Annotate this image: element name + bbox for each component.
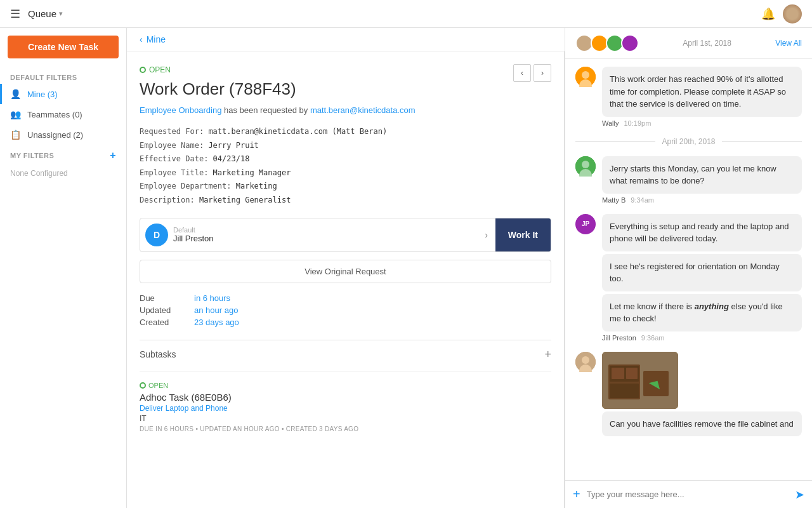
employee-onboarding-link[interactable]: Employee Onboarding	[140, 105, 221, 115]
chat-avatar-4	[621, 34, 639, 52]
next-arrow-button[interactable]: ›	[534, 64, 551, 82]
svg-rect-13	[612, 368, 624, 379]
jp-last-text: Can you have facilities remove the file …	[610, 419, 794, 429]
work-it-button[interactable]: Work It	[495, 218, 551, 251]
created-label: Created	[140, 318, 184, 327]
teammates-icon: 👥	[10, 109, 21, 119]
wally-message-content: This work order has reached 90% of it's …	[602, 67, 802, 127]
meta-created-row: Created 23 days ago	[140, 318, 551, 327]
detail-row-4: Employee Department: Marketing	[140, 180, 551, 194]
hamburger-icon[interactable]: ☰	[10, 7, 20, 21]
view-all-link[interactable]: View All	[775, 39, 802, 48]
subtask-dept: IT	[140, 414, 551, 423]
queue-title[interactable]: Queue ▾	[28, 8, 63, 19]
chat-messages: This work order has reached 90% of it's …	[565, 59, 812, 480]
view-original-request-button[interactable]: View Original Request	[140, 260, 551, 283]
jp-time: 9:36am	[641, 334, 665, 342]
sidebar-item-teammates[interactable]: 👥 Teammates (0)	[0, 104, 126, 124]
sidebar-mine-label: Mine (3)	[27, 90, 58, 99]
message-mattyb: Jerry starts this Monday, can you let me…	[575, 156, 802, 204]
status-badge: OPEN	[140, 65, 171, 74]
subtasks-header: Subtasks +	[140, 340, 551, 366]
assignee-arrow-icon[interactable]: ›	[477, 230, 495, 240]
jp-bubble-2: I see he's registered for orientation on…	[602, 254, 802, 291]
sidebar-item-mine[interactable]: 👤 Mine (3)	[0, 84, 126, 104]
default-filters-title: DEFAULT FILTERS	[0, 69, 126, 84]
requester-email-link[interactable]: matt.beran@kineticdata.com	[310, 105, 416, 115]
jp-bubble-3-em: anything	[695, 302, 729, 311]
chat-input-bar: + ➤	[565, 480, 812, 508]
meta-updated-row: Updated an hour ago	[140, 305, 551, 315]
furniture-image	[602, 352, 678, 409]
subtask-title: Adhoc Task (68E0B6)	[140, 392, 551, 403]
top-nav: ☰ Queue ▾ 🔔	[0, 0, 812, 28]
chat-header: April 1st, 2018 View All	[565, 28, 812, 59]
jp-sender: Jill Preston	[602, 334, 636, 342]
chat-panel: April 1st, 2018 View All This	[565, 28, 812, 508]
jp-meta: Jill Preston 9:36am	[602, 334, 802, 342]
mattyb-sender: Matty B	[602, 196, 625, 204]
status-text: OPEN	[149, 65, 171, 74]
breadcrumb: ‹ Mine	[127, 28, 565, 51]
chat-date: April 1st, 2018	[683, 39, 731, 48]
subtask-subtitle: Deliver Laptop and Phone	[140, 404, 551, 413]
breadcrumb-mine-link[interactable]: Mine	[147, 34, 166, 44]
my-filters-title: MY FILTERS	[10, 152, 54, 159]
sidebar: Create New Task DEFAULT FILTERS 👤 Mine (…	[0, 28, 127, 508]
jp-message-content: Everything is setup and ready and the la…	[602, 214, 802, 342]
center-right-pane: ‹ Mine OPEN Work Order (788F43) ‹ ›	[127, 28, 812, 508]
queue-label: Queue	[28, 8, 56, 19]
jp-avatar: JP	[575, 214, 596, 234]
sidebar-teammates-label: Teammates (0)	[27, 110, 82, 119]
detail-row-1: Employee Name: Jerry Pruit	[140, 139, 551, 153]
jp-bubble-3-pre: Let me know if there is	[610, 302, 695, 311]
svg-point-7	[582, 356, 589, 364]
create-new-task-button[interactable]: Create New Task	[8, 36, 119, 58]
my-filters-section: MY FILTERS +	[0, 145, 126, 166]
meta-due-row: Due in 6 hours	[140, 293, 551, 303]
meta-table: Due in 6 hours Updated an hour ago Creat…	[140, 293, 551, 327]
add-subtask-button[interactable]: +	[544, 348, 551, 361]
subtask-item[interactable]: OPEN Adhoc Task (68E0B6) Deliver Laptop …	[140, 371, 551, 440]
due-value: in 6 hours	[194, 293, 230, 303]
subtask-status-text: OPEN	[148, 382, 168, 389]
prev-arrow-button[interactable]: ‹	[513, 64, 531, 82]
add-filter-button[interactable]: +	[110, 150, 116, 161]
subtask-status-badge: OPEN	[140, 382, 168, 389]
chevron-down-icon: ▾	[59, 10, 63, 18]
detail-row-2: Effective Date: 04/23/18	[140, 152, 551, 166]
detail-row-0: Requested For: matt.beran@kineticdata.co…	[140, 125, 551, 139]
message-wally: This work order has reached 90% of it's …	[575, 67, 802, 127]
wally-sender: Wally	[602, 119, 619, 127]
sidebar-item-unassigned[interactable]: 📋 Unassigned (2)	[0, 124, 126, 145]
subtask-status-dot	[140, 382, 146, 389]
subtasks-title: Subtasks	[140, 349, 176, 359]
date-divider-text: April 20th, 2018	[662, 137, 715, 146]
jp-bubble-3: Let me know if there is anything else yo…	[602, 294, 802, 331]
date-divider: April 20th, 2018	[575, 137, 802, 146]
chat-input[interactable]	[587, 490, 789, 499]
subtask-meta: DUE IN 6 HOURS • UPDATED AN HOUR AGO • C…	[140, 425, 551, 432]
mattyb-bubble: Jerry starts this Monday, can you let me…	[602, 156, 802, 194]
updated-label: Updated	[140, 305, 184, 315]
message-jp: JP Everything is setup and ready and the…	[575, 214, 802, 342]
wo-header: OPEN Work Order (788F43) ‹ ›	[140, 64, 551, 99]
detail-row-5: Description: Marketing Generalist	[140, 194, 551, 208]
user-avatar[interactable]	[783, 4, 802, 23]
status-dot-icon	[140, 67, 146, 73]
svg-rect-14	[626, 368, 638, 379]
assignee-info: Default Jill Preston	[173, 224, 477, 246]
notification-icon[interactable]: 🔔	[761, 7, 775, 21]
work-order-panel: OPEN Work Order (788F43) ‹ › Employee On…	[127, 51, 565, 508]
send-button[interactable]: ➤	[795, 488, 804, 502]
svg-point-4	[582, 161, 589, 168]
attach-button[interactable]: +	[573, 487, 580, 502]
wo-title: Work Order (788F43)	[140, 79, 296, 99]
back-arrow-icon[interactable]: ‹	[140, 34, 143, 44]
wally-bubble: This work order has reached 90% of it's …	[602, 67, 802, 117]
wo-subtitle: Employee Onboarding has been requested b…	[140, 105, 551, 115]
wally-avatar	[575, 67, 596, 87]
nav-arrows: ‹ ›	[513, 64, 551, 82]
assignee-label: Default	[173, 226, 477, 234]
message-jp-image: Can you have facilities remove the file …	[575, 352, 802, 439]
